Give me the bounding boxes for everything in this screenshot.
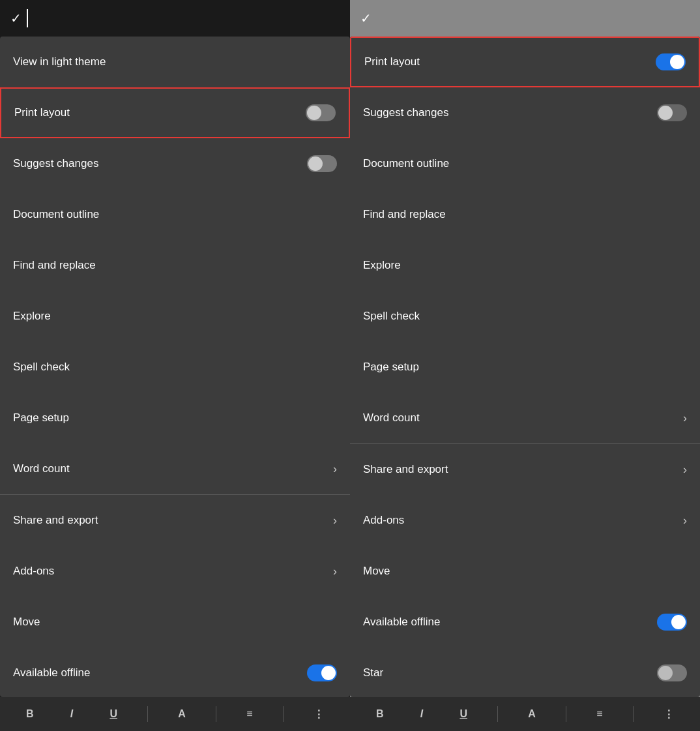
star-toggle-r[interactable] [657,664,687,681]
share-export-chevron-r: › [683,463,687,477]
menu-item-word-count-r[interactable]: Word count › [350,393,700,443]
left-checkmark[interactable]: ✓ [10,10,22,26]
available-offline-toggle[interactable] [307,664,337,681]
right-bottom-toolbar: B I U A ≡ ⋮ [350,697,700,731]
menu-label-print-layout: Print layout [14,106,70,119]
toggle-knob [308,157,323,171]
toggle-knob [658,666,673,680]
right-menu: Print layout Suggest changes Document ou… [350,37,700,697]
toolbar-sep-1 [147,706,148,722]
underline-icon[interactable]: U [103,704,124,724]
toolbar-sep-3 [283,706,284,722]
share-export-chevron: › [333,514,337,528]
print-layout-toggle[interactable] [306,104,336,121]
toggle-knob [321,666,336,680]
menu-item-star-r[interactable]: Star [350,648,700,697]
menu-label-find-replace-r: Find and replace [363,208,446,221]
italic-icon-r[interactable]: I [414,704,430,724]
toggle-knob [658,106,673,120]
menu-label-spell-check: Spell check [13,361,70,374]
menu-label-view-light-theme: View in light theme [13,55,106,68]
right-toolbar-top: ✓ [350,0,700,37]
align-icon[interactable]: ≡ [240,704,259,724]
menu-label-document-outline-r: Document outline [363,157,449,170]
toggle-knob [670,55,684,69]
menu-label-print-layout-r: Print layout [364,55,420,68]
menu-label-add-ons: Add-ons [13,565,54,578]
left-bottom-toolbar: B I U A ≡ ⋮ [0,697,350,731]
menu-label-move-r: Move [363,565,390,578]
right-panel: ✓ Print layout Suggest changes Document … [350,0,700,731]
add-ons-chevron-r: › [683,514,687,528]
align-icon-r[interactable]: ≡ [590,704,609,724]
left-toolbar-top: ✓ [0,0,350,37]
menu-label-available-offline-r: Available offline [363,616,440,629]
menu-item-view-light-theme[interactable]: View in light theme [0,37,350,87]
menu-item-add-ons[interactable]: Add-ons › [0,546,350,597]
menu-item-suggest-changes-r[interactable]: Suggest changes [350,87,700,138]
menu-item-find-replace[interactable]: Find and replace [0,240,350,291]
toggle-knob [307,106,321,120]
toolbar-sep-2 [216,706,216,722]
menu-item-suggest-changes[interactable]: Suggest changes [0,138,350,189]
menu-label-word-count: Word count [13,462,70,475]
menu-label-page-setup-r: Page setup [363,361,419,374]
menu-label-page-setup: Page setup [13,411,69,425]
menu-label-spell-check-r: Spell check [363,310,420,323]
menu-item-page-setup[interactable]: Page setup [0,393,350,443]
toolbar-sep-3r [633,706,634,722]
menu-label-share-export-r: Share and export [363,463,448,476]
menu-item-share-export[interactable]: Share and export › [0,495,350,546]
menu-item-word-count[interactable]: Word count › [0,443,350,494]
menu-item-spell-check[interactable]: Spell check [0,342,350,393]
bold-icon-r[interactable]: B [370,704,390,724]
menu-label-available-offline: Available offline [13,666,90,679]
menu-item-find-replace-r[interactable]: Find and replace [350,189,700,240]
menu-label-share-export: Share and export [13,514,98,527]
menu-label-suggest-changes-r: Suggest changes [363,106,448,119]
menu-label-document-outline: Document outline [13,208,99,221]
toolbar-sep-2r [566,706,566,722]
menu-label-suggest-changes: Suggest changes [13,157,98,170]
menu-item-explore[interactable]: Explore [0,291,350,342]
menu-item-available-offline[interactable]: Available offline [0,648,350,697]
menu-item-share-export-r[interactable]: Share and export › [350,444,700,495]
menu-item-page-setup-r[interactable]: Page setup [350,342,700,393]
word-count-chevron-r: › [683,411,687,425]
cursor-line [27,9,28,27]
menu-item-add-ons-r[interactable]: Add-ons › [350,495,700,546]
more-icon-r[interactable]: ⋮ [657,704,680,724]
suggest-changes-toggle-r[interactable] [657,104,687,121]
menu-item-print-layout-r[interactable]: Print layout [350,37,700,87]
add-ons-chevron: › [333,565,337,578]
menu-item-available-offline-r[interactable]: Available offline [350,597,700,648]
menu-label-move: Move [13,616,40,629]
print-layout-toggle-r[interactable] [656,53,686,70]
menu-item-explore-r[interactable]: Explore [350,240,700,291]
menu-item-print-layout[interactable]: Print layout [0,87,350,138]
menu-item-spell-check-r[interactable]: Spell check [350,291,700,342]
menu-label-explore-r: Explore [363,259,401,272]
menu-item-document-outline[interactable]: Document outline [0,189,350,240]
toolbar-sep-1r [497,706,498,722]
menu-label-explore: Explore [13,310,51,323]
left-panel: ✓ View in light theme Print layout Sugge… [0,0,350,731]
menu-item-document-outline-r[interactable]: Document outline [350,138,700,189]
italic-icon[interactable]: I [64,704,80,724]
underline-icon-r[interactable]: U [453,704,474,724]
menu-label-word-count-r: Word count [363,411,420,425]
menu-item-move[interactable]: Move [0,597,350,648]
right-checkmark[interactable]: ✓ [360,10,372,26]
suggest-changes-toggle[interactable] [307,155,337,172]
menu-label-add-ons-r: Add-ons [363,514,404,527]
word-count-chevron: › [333,462,337,476]
font-color-icon-r[interactable]: A [521,704,542,724]
menu-item-move-r[interactable]: Move [350,546,700,597]
more-icon[interactable]: ⋮ [307,704,330,724]
available-offline-toggle-r[interactable] [657,614,687,631]
bold-icon[interactable]: B [20,704,40,724]
left-menu: View in light theme Print layout Suggest… [0,37,350,697]
font-color-icon[interactable]: A [171,704,192,724]
menu-label-find-replace: Find and replace [13,259,96,272]
menu-label-star-r: Star [363,666,383,679]
